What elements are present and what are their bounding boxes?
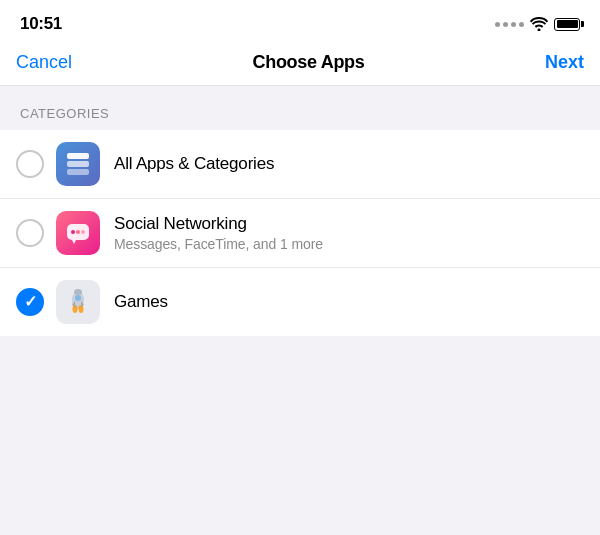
wifi-icon — [530, 17, 548, 31]
status-time: 10:51 — [20, 14, 62, 34]
games-title: Games — [114, 292, 584, 312]
speech-bubble-icon — [64, 219, 92, 247]
page-title: Choose Apps — [252, 52, 364, 73]
signal-dot-1 — [495, 22, 500, 27]
status-icons — [495, 17, 580, 31]
games-toggle[interactable]: ✓ — [16, 288, 44, 316]
signal-dots-icon — [495, 22, 524, 27]
games-text: Games — [114, 292, 584, 312]
svg-point-6 — [76, 230, 80, 234]
nav-bar: Cancel Choose Apps Next — [0, 44, 600, 86]
next-button[interactable]: Next — [545, 52, 584, 73]
signal-dot-3 — [511, 22, 516, 27]
checkmark-icon: ✓ — [24, 294, 37, 310]
signal-dot-2 — [503, 22, 508, 27]
svg-point-14 — [74, 289, 82, 295]
status-bar: 10:51 — [0, 0, 600, 44]
svg-marker-4 — [72, 240, 76, 244]
svg-point-7 — [81, 230, 85, 234]
social-subtitle: Messages, FaceTime, and 1 more — [114, 236, 584, 252]
svg-point-5 — [71, 230, 75, 234]
svg-rect-1 — [67, 161, 89, 167]
layers-icon — [63, 151, 93, 177]
categories-list: All Apps & Categories Social Networking … — [0, 130, 600, 336]
rocket-icon — [63, 287, 93, 317]
list-item[interactable]: ✓ Games — [0, 268, 600, 336]
battery-fill — [557, 20, 578, 28]
cancel-button[interactable]: Cancel — [16, 52, 72, 73]
list-item[interactable]: Social Networking Messages, FaceTime, an… — [0, 199, 600, 268]
all-apps-text: All Apps & Categories — [114, 154, 584, 174]
social-icon — [56, 211, 100, 255]
games-icon — [56, 280, 100, 324]
all-apps-toggle[interactable] — [16, 150, 44, 178]
svg-rect-2 — [67, 153, 89, 159]
svg-point-9 — [75, 295, 81, 301]
categories-label: CATEGORIES — [20, 106, 109, 121]
social-text: Social Networking Messages, FaceTime, an… — [114, 214, 584, 252]
social-title: Social Networking — [114, 214, 584, 234]
all-apps-title: All Apps & Categories — [114, 154, 584, 174]
social-toggle[interactable] — [16, 219, 44, 247]
all-apps-icon — [56, 142, 100, 186]
battery-icon — [554, 18, 580, 31]
section-header: CATEGORIES — [0, 86, 600, 130]
svg-rect-0 — [67, 169, 89, 175]
list-item[interactable]: All Apps & Categories — [0, 130, 600, 199]
signal-dot-4 — [519, 22, 524, 27]
